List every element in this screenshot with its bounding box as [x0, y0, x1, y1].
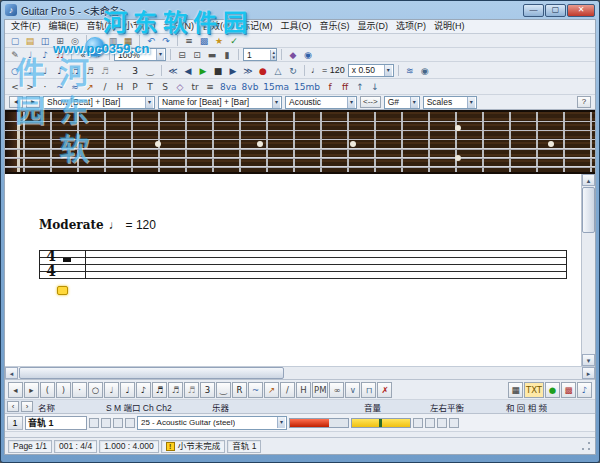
scroll-up-icon[interactable]: ▴ [582, 174, 595, 186]
new-file-button[interactable]: ▢ [8, 34, 22, 47]
horizontal-scrollbar[interactable]: ◂ ▸ [5, 366, 595, 379]
edit-cursor[interactable] [57, 286, 68, 295]
string-1[interactable] [5, 121, 595, 122]
channel-cell[interactable] [125, 418, 135, 428]
sixteenth-note-button[interactable]: ♬ [68, 64, 82, 77]
bend-button[interactable]: ↗ [264, 382, 279, 398]
dynamic-ff-button[interactable]: ff [338, 80, 352, 93]
half-note-button[interactable]: ♩ [23, 64, 37, 77]
check-bars-button[interactable]: ✓ [227, 34, 241, 47]
dynamic-f-button[interactable]: f [323, 80, 337, 93]
sixtyfourth-note-button[interactable]: ♬ [184, 382, 199, 398]
rse-button[interactable]: ≋ [403, 64, 417, 77]
text-tool-button[interactable]: TXT [524, 382, 544, 398]
wide-vibrato-button[interactable]: ≈ [68, 80, 82, 93]
arpeggio-down-button[interactable]: ↓ [368, 80, 382, 93]
triplet-button[interactable]: 3 [128, 64, 142, 77]
menu-file[interactable]: 文件(F) [7, 20, 45, 33]
zoom-select[interactable]: 100% ▾ [114, 48, 166, 61]
multitrack-view-button[interactable]: ▩ [197, 34, 211, 47]
forward-button[interactable]: ▸ [26, 96, 40, 108]
track-prev-button[interactable]: ‹ [7, 401, 19, 412]
dotted-note-button[interactable]: · [113, 64, 127, 77]
whole-note-button[interactable]: ○ [8, 64, 22, 77]
next-beat-button[interactable]: ▸ [24, 382, 39, 398]
balance-slider[interactable] [351, 418, 411, 428]
fade-in-button[interactable]: < [8, 80, 22, 93]
undo-button[interactable]: ↶ [144, 34, 158, 47]
menu-options[interactable]: 选项(P) [392, 20, 430, 33]
score-settings-button[interactable]: ≡ [182, 34, 196, 47]
mute-checkbox[interactable] [101, 418, 111, 428]
menu-view[interactable]: 显示(D) [354, 20, 393, 33]
marker-list-button[interactable]: ◆ [286, 48, 300, 61]
copy-button[interactable]: ▥ [106, 34, 120, 47]
previous-bar-button[interactable]: ◀ [181, 64, 195, 77]
key-select[interactable]: G# ▾ [384, 96, 420, 109]
arpeggio-up-button[interactable]: ↑ [353, 80, 367, 93]
menu-tools[interactable]: 工具(O) [277, 20, 316, 33]
port-cell[interactable] [113, 418, 123, 428]
instrument-select[interactable]: 25 - Acoustic Guitar (steel) ▾ [137, 416, 287, 430]
close-button[interactable]: ✕ [567, 4, 595, 17]
staccato-button[interactable]: · [38, 80, 52, 93]
mix-table-button[interactable]: ▩ [561, 382, 576, 398]
bend-button[interactable]: ↗ [83, 80, 97, 93]
parchment-view-button[interactable]: ⊡ [190, 48, 204, 61]
vertical-view-button[interactable]: ▮ [220, 48, 234, 61]
upstroke-button[interactable]: ∨ [345, 382, 360, 398]
harmonic-button[interactable]: ◇ [173, 80, 187, 93]
play-button[interactable]: ▶ [196, 64, 210, 77]
volume-slider[interactable] [289, 418, 349, 428]
pull-off-button[interactable]: P [128, 80, 142, 93]
range-button[interactable]: <--> [360, 96, 381, 108]
insert-beat-button[interactable]: ♪ [38, 48, 52, 61]
quarter-note-button[interactable]: ♩ [120, 382, 135, 398]
menu-edit[interactable]: 编辑(E) [45, 20, 83, 33]
right-parenthesis-button[interactable]: ) [56, 382, 71, 398]
tie-button[interactable]: ‿ [143, 64, 157, 77]
vertical-scrollbar[interactable]: ▴ ▾ [581, 174, 595, 366]
tie-button[interactable]: ‿ [216, 382, 231, 398]
slide-button[interactable]: / [280, 382, 295, 398]
scroll-right-icon[interactable]: ▸ [582, 367, 595, 379]
track-name[interactable]: 音轨 1 [25, 416, 87, 430]
palm-mute-button[interactable]: PM [312, 382, 328, 398]
string-2[interactable] [5, 130, 595, 131]
first-bar-button[interactable]: ≪ [166, 64, 180, 77]
fretboard[interactable] [5, 110, 595, 174]
wizard-button[interactable]: ★ [212, 34, 226, 47]
open-file-button[interactable]: ▤ [23, 34, 37, 47]
chorus-knob[interactable] [413, 418, 423, 428]
octave-15ma-button[interactable]: 15ma [261, 80, 291, 93]
octave-8va-button[interactable]: 8va [218, 80, 239, 93]
menu-help[interactable]: 说明(H) [430, 20, 469, 33]
minimize-button[interactable]: — [523, 4, 544, 17]
string-5[interactable] [5, 157, 595, 159]
half-note-button[interactable]: ♩ [104, 382, 119, 398]
triplet-button[interactable]: 3 [200, 382, 215, 398]
horizontal-view-button[interactable]: ▬ [205, 48, 219, 61]
instrument-sound-select[interactable]: Acoustic ▾ [285, 96, 357, 109]
rest-button[interactable]: R [232, 382, 247, 398]
thirtysecond-note-button[interactable]: ♬ [168, 382, 183, 398]
insert-note-button[interactable]: ♩ [23, 48, 37, 61]
horizontal-scroll-thumb[interactable] [19, 367, 284, 379]
vibrato-button[interactable]: ~ [53, 80, 67, 93]
tremolo-knob[interactable] [449, 418, 459, 428]
goto-end-button[interactable]: » [91, 48, 105, 61]
volume-button[interactable]: ◉ [418, 64, 432, 77]
last-bar-button[interactable]: ≫ [241, 64, 255, 77]
menu-effects[interactable]: 音效(O) [198, 20, 237, 33]
prev-beat-button[interactable]: ◂ [8, 382, 23, 398]
octave-8vb-button[interactable]: 8vb [240, 80, 261, 93]
speed-select[interactable]: x 0.50 ▾ [348, 64, 394, 77]
maximize-button[interactable]: ▢ [545, 4, 566, 17]
title-bar[interactable]: ♪ Guitar Pro 5 - <未命名> — ▢ ✕ [1, 1, 599, 19]
track-number[interactable]: 1 [7, 416, 23, 430]
balance-marker[interactable] [379, 419, 382, 427]
string-4[interactable] [5, 148, 595, 150]
menu-track[interactable]: 音轨(T) [83, 20, 121, 33]
staff[interactable]: 4 4 [39, 250, 567, 279]
file-info-button[interactable]: ◉ [301, 48, 315, 61]
